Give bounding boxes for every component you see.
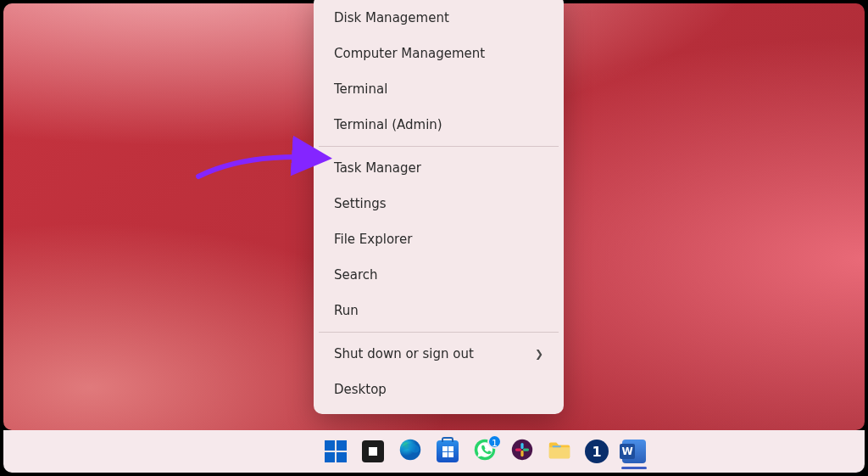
- word-w-label: W: [620, 444, 635, 459]
- menu-item-label: Shut down or sign out: [334, 346, 474, 361]
- menu-item-settings[interactable]: Settings: [319, 186, 559, 221]
- menu-item-computer-management[interactable]: Computer Management: [319, 36, 559, 71]
- task-view-icon: [362, 440, 384, 462]
- menu-item-label: Disk Management: [334, 10, 449, 25]
- menu-item-file-explorer[interactable]: File Explorer: [319, 221, 559, 257]
- menu-item-label: Computer Management: [334, 46, 485, 61]
- word-icon: W: [622, 440, 646, 463]
- menu-item-terminal[interactable]: Terminal: [319, 71, 559, 107]
- svg-point-2: [512, 440, 532, 460]
- 1password-label: 1: [592, 444, 601, 460]
- svg-rect-3: [520, 443, 523, 449]
- menu-item-label: File Explorer: [334, 232, 412, 247]
- edge-icon: [398, 438, 422, 465]
- menu-item-shutdown[interactable]: Shut down or sign out ❯: [319, 336, 559, 372]
- taskbar-app-edge[interactable]: [398, 439, 423, 464]
- svg-rect-7: [553, 445, 561, 447]
- taskbar-app-file-explorer[interactable]: [547, 439, 572, 464]
- menu-item-search[interactable]: Search: [319, 257, 559, 293]
- svg-rect-6: [515, 448, 521, 451]
- start-context-menu: Disk Management Computer Management Term…: [314, 0, 564, 414]
- taskbar: 1 1 W: [3, 430, 865, 473]
- menu-item-task-manager[interactable]: Task Manager: [319, 150, 559, 186]
- taskbar-app-word[interactable]: W: [621, 439, 647, 464]
- folder-icon: [547, 437, 572, 466]
- menu-item-label: Task Manager: [334, 160, 421, 176]
- start-button[interactable]: [323, 439, 348, 464]
- svg-rect-4: [523, 448, 529, 451]
- menu-item-label: Terminal: [334, 81, 387, 97]
- menu-item-disk-management[interactable]: Disk Management: [319, 0, 559, 36]
- menu-item-label: Search: [334, 267, 378, 283]
- menu-item-terminal-admin[interactable]: Terminal (Admin): [319, 107, 559, 143]
- taskbar-app-whatsapp[interactable]: 1: [472, 439, 498, 464]
- menu-item-run[interactable]: Run: [319, 293, 559, 328]
- windows-logo-icon: [325, 440, 347, 462]
- menu-item-label: Terminal (Admin): [334, 117, 442, 132]
- active-indicator: [621, 467, 647, 469]
- microsoft-store-icon: [437, 440, 459, 462]
- menu-separator: [319, 146, 559, 147]
- taskbar-app-1password[interactable]: 1: [584, 439, 609, 464]
- taskbar-app-slack[interactable]: [509, 439, 535, 464]
- 1password-icon: 1: [585, 440, 609, 463]
- chevron-right-icon: ❯: [535, 348, 543, 360]
- svg-rect-5: [520, 451, 523, 456]
- menu-item-label: Desktop: [334, 382, 387, 397]
- whatsapp-badge: 1: [487, 434, 502, 449]
- menu-item-label: Run: [334, 303, 359, 318]
- task-view-button[interactable]: [360, 439, 386, 464]
- slack-icon: [511, 439, 533, 464]
- menu-item-label: Settings: [334, 196, 387, 211]
- menu-separator: [319, 332, 559, 333]
- menu-item-desktop[interactable]: Desktop: [319, 372, 559, 407]
- taskbar-app-store[interactable]: [435, 439, 460, 464]
